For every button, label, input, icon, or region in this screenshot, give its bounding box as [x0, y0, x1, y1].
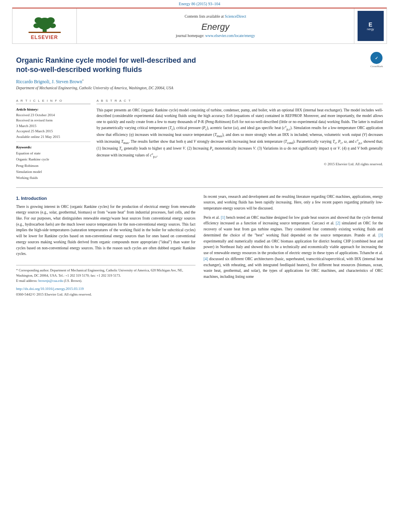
- crossmark-label: CrossMark: [370, 65, 383, 68]
- received-revised-label: Received in revised form: [16, 118, 90, 123]
- body-content: 1. Introduction There is growing interes…: [16, 194, 383, 297]
- journal-center-info: Contents lists available at ScienceDirec…: [77, 8, 354, 43]
- sciencedirect-link[interactable]: ScienceDirect: [225, 14, 246, 18]
- homepage-line: journal homepage: www.elsevier.com/locat…: [176, 34, 255, 38]
- journal-name: Energy: [202, 22, 230, 32]
- energy-badge: E nergy: [358, 11, 384, 41]
- email-link[interactable]: brownjs@cua.edu: [38, 279, 63, 283]
- keyword-4: Simulation model: [16, 169, 90, 175]
- footnote-divider: * Corresponding author. Department of Me…: [16, 265, 195, 283]
- energy-badge-section: E nergy: [354, 8, 387, 43]
- affiliation-text: Department of Mechanical Engineering, Ca…: [16, 86, 366, 90]
- intro-section-title: 1. Introduction: [16, 196, 195, 201]
- keyword-3: Peng-Robinson: [16, 163, 90, 169]
- crossmark-icon: ✓: [372, 53, 381, 63]
- article-info-abstract: A R T I C L E I N F O Article history: R…: [16, 99, 383, 181]
- keyword-2: Organic Rankine cycle: [16, 156, 90, 162]
- title-block: Organic Rankine cycle model for well-des…: [16, 50, 366, 95]
- available-online: Available online 21 May 2015: [16, 134, 90, 140]
- citation-1[interactable]: [1]: [221, 216, 225, 220]
- svg-point-3: [47, 17, 55, 24]
- svg-point-2: [35, 17, 43, 24]
- body-left-column: 1. Introduction There is growing interes…: [16, 194, 195, 297]
- article-title: Organic Rankine cycle model for well-des…: [16, 56, 366, 75]
- received-date: Received 23 October 2014: [16, 113, 90, 118]
- svg-point-4: [33, 23, 40, 28]
- intro-paragraph-1: There is growing interest in ORC (organi…: [16, 204, 195, 257]
- elsevier-logo-section: ELSEVIER: [12, 8, 77, 43]
- svg-rect-6: [29, 32, 61, 33]
- footnote-corresponding: * Corresponding author. Department of Me…: [16, 268, 195, 278]
- homepage-url[interactable]: www.elsevier.com/locate/energy: [205, 34, 255, 38]
- content-divider: [16, 187, 383, 188]
- keyword-1: Equation of state: [16, 150, 90, 156]
- citation-3[interactable]: [3]: [378, 233, 383, 237]
- elsevier-logo: ELSEVIER: [29, 12, 61, 40]
- article-info-panel: A R T I C L E I N F O Article history: R…: [16, 99, 90, 181]
- title-area: Organic Rankine cycle model for well-des…: [16, 50, 383, 95]
- abstract-header: A B S T R A C T: [97, 99, 383, 104]
- keyword-5: Working fluids: [16, 175, 90, 181]
- journal-reference: Energy 86 (2015) 93–104: [0, 0, 399, 8]
- citation-4[interactable]: [4]: [204, 257, 208, 261]
- right-col-paragraph-1: In recent years, research and developmen…: [204, 194, 383, 212]
- doi-link[interactable]: http://dx.doi.org/10.1016/j.energy.2015.…: [16, 287, 84, 291]
- abstract-panel: A B S T R A C T This paper presents an O…: [97, 99, 383, 181]
- keywords-title: Keywords:: [16, 145, 90, 149]
- main-content: Organic Rankine cycle model for well-des…: [0, 44, 399, 302]
- copyright-text: © 2015 Elsevier Ltd. All rights reserved…: [97, 162, 383, 166]
- received-revised-date: 3 March 2015: [16, 123, 90, 129]
- body-right-column: In recent years, research and developmen…: [204, 194, 383, 297]
- issn-text: 0360-5442/© 2015 Elsevier Ltd. All right…: [16, 292, 195, 296]
- journal-header: ELSEVIER Contents lists available at Sci…: [12, 8, 387, 44]
- article-info-header: A R T I C L E I N F O: [16, 99, 90, 104]
- accepted-date: Accepted 25 March 2015: [16, 129, 90, 134]
- footnote-email: E-mail address: brownjs@cua.edu (J.S. Br…: [16, 278, 195, 283]
- keywords-list: Equation of state Organic Rankine cycle …: [16, 150, 90, 181]
- svg-text:✓: ✓: [375, 56, 378, 60]
- abstract-text: This paper presents an ORC (organic Rank…: [97, 107, 383, 160]
- info-divider: [16, 142, 90, 142]
- doi-section: http://dx.doi.org/10.1016/j.energy.2015.…: [16, 286, 195, 291]
- authors-line: Riccardo Brignoli, J. Steven Brown*: [16, 79, 366, 84]
- elsevier-brand-text: ELSEVIER: [31, 35, 58, 40]
- contents-available-line: Contents lists available at ScienceDirec…: [185, 14, 246, 18]
- svg-point-5: [49, 23, 56, 28]
- elsevier-tree-icon: [29, 12, 61, 34]
- citation-2[interactable]: [2]: [336, 221, 340, 225]
- history-title: Article history:: [16, 107, 90, 111]
- right-col-paragraph-2: Peris et al. [1] bench tested an ORC mac…: [204, 215, 383, 280]
- crossmark-badge: ✓ CrossMark: [370, 52, 383, 68]
